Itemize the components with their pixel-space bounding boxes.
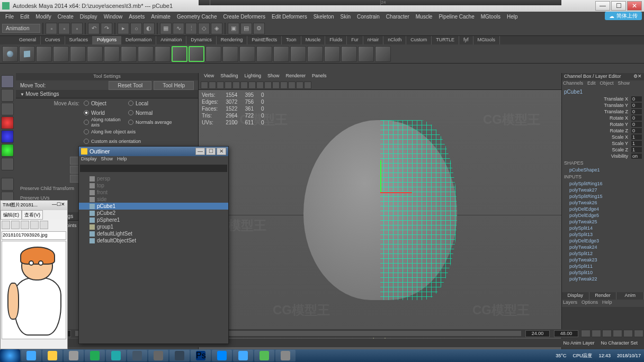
outliner-maximize[interactable]: ☐ [206,148,216,155]
input-node[interactable]: polySplit14 [562,225,644,231]
vp-wireframe-icon[interactable] [256,82,264,89]
shelf-helix-icon[interactable] [155,46,171,62]
shelf-tab-deformation[interactable]: Deformation [121,36,156,44]
scale-tool-icon[interactable] [1,130,14,143]
taskbar-app8[interactable] [254,350,274,361]
menu-skeleton[interactable]: Skeleton [310,14,337,20]
shelf-append-icon[interactable] [307,46,323,62]
radio-normals-avg[interactable] [128,120,133,125]
layer-menu-help[interactable]: Help [602,300,612,307]
image-viewer-window[interactable]: TIM图片20181... —☐✕ 编辑(E)查看(V) 20181017093… [0,200,68,349]
outliner-search[interactable] [80,165,227,172]
shelf-smooth-icon[interactable] [324,46,340,62]
snap-curve-icon[interactable]: ∿ [173,23,184,34]
vp-bookmark-icon[interactable] [209,82,216,89]
input-node[interactable]: polySplit11 [562,263,644,269]
vp-image-plane-icon[interactable] [217,82,224,89]
move-settings-section[interactable]: Move Settings [16,90,198,98]
vp-shadows-icon[interactable] [288,82,296,89]
taskbar-maya[interactable] [106,350,126,361]
tray-time[interactable]: 12:43 [598,353,611,358]
menu-muscle[interactable]: Muscle [413,14,436,20]
taskbar-ps[interactable]: Ps [191,350,211,361]
layer-tab-display[interactable]: Display [562,292,589,300]
channel-value[interactable]: on [631,153,642,159]
channel-visibility[interactable]: Visibility [564,153,631,159]
last-tool-icon[interactable] [1,178,14,191]
vp-isolate-icon[interactable] [296,82,303,89]
channel-rotate-x[interactable]: Rotate X [564,115,631,121]
input-node[interactable]: polySplit12 [562,250,644,257]
snap-grid-icon[interactable]: ▦ [160,23,172,34]
vp-menu-view[interactable]: View [201,73,217,80]
input-node[interactable]: polyDelEdge5 [562,212,644,219]
vp-resolution-icon[interactable] [240,82,248,89]
select-mode-icon[interactable]: ▸ [118,23,129,34]
outliner-item-persp[interactable]: persp [79,175,228,182]
iv-menu-view[interactable]: 查看(V) [22,210,43,220]
channel-scale-z[interactable]: Scale Z [564,147,631,152]
tray-temp[interactable]: 35°C [556,353,566,358]
menu-file[interactable]: File [2,14,17,20]
menu-animate[interactable]: Animate [148,14,174,20]
channel-translate-x[interactable]: Translate X [564,96,631,102]
vp-gate-mask-icon[interactable] [248,82,256,89]
taskbar-ie[interactable] [21,350,41,361]
shelf-tab-nhair[interactable]: nHair [363,36,384,44]
menu-constrain[interactable]: Constrain [354,14,383,20]
shelf-separate-icon[interactable] [239,46,255,62]
radio-object[interactable] [84,101,89,106]
menu-geometry-cache[interactable]: Geometry Cache [174,14,220,20]
channel-value[interactable]: 0 [631,96,642,102]
radio-world[interactable] [84,110,89,115]
outliner-item-top[interactable]: top [79,182,228,189]
shelf-tab-rendering[interactable]: Rendering [217,36,248,44]
start-button[interactable] [0,349,20,362]
outliner-close[interactable]: ✕ [217,148,226,155]
mode-dropdown[interactable]: Animation [2,24,40,33]
vp-select-camera-icon[interactable] [201,82,208,89]
input-node[interactable]: polySplitRing15 [562,193,644,200]
new-scene-icon[interactable]: ▫ [46,23,57,34]
close-button[interactable]: ✕ [627,1,642,11]
shelf-bridge-icon[interactable] [290,46,306,62]
menu-character[interactable]: Character [383,14,413,20]
outliner-item-pcube2[interactable]: pCube2 [79,210,228,216]
rotate-tool-icon[interactable] [1,116,14,129]
taskbar-app6[interactable] [212,350,232,361]
shelf-tab-fluids[interactable]: Fluids [325,36,347,44]
taskbar-app5[interactable] [169,350,190,361]
step-back-button[interactable] [592,330,601,337]
range-end-field[interactable] [554,330,578,337]
cb-menu-channels[interactable]: Channels [563,80,583,88]
input-node[interactable]: polySplit10 [562,269,644,276]
cb-menu-show[interactable]: Show [618,80,630,88]
shelf-tab-toon[interactable]: Toon [282,36,301,44]
character-set-label[interactable]: No Character Set [601,340,638,346]
menu-edit[interactable]: Edit [17,14,32,20]
snap-point-icon[interactable]: ⋮ [185,23,197,34]
taskbar-explorer[interactable] [42,350,62,361]
input-node[interactable]: polyTweak25 [562,219,644,225]
iv-tool-4[interactable] [30,221,39,229]
play-back-button[interactable] [602,330,612,337]
outliner-item-front[interactable]: front [79,189,228,196]
lasso-tool-icon[interactable] [1,89,14,102]
fast-forward-button[interactable] [634,330,643,337]
vp-menu-shading[interactable]: Shading [217,73,241,80]
manip-tool-icon[interactable] [1,144,14,157]
shelf-tab-curves[interactable]: Curves [41,36,65,44]
snap-live-icon[interactable]: ◈ [211,23,222,34]
channel-translate-y[interactable]: Translate Y [564,103,631,108]
shelf-cube-icon[interactable] [19,46,35,62]
shelf-sculpt-icon[interactable] [375,46,391,62]
outliner-menu-show[interactable]: Show [101,156,113,164]
input-node[interactable]: polyTweak22 [562,276,644,282]
radio-local[interactable] [128,101,133,106]
channel-scale-x[interactable]: Scale X [564,134,631,140]
shelf-tab-turtle[interactable]: TURTLE [432,36,459,44]
iv-image-canvas[interactable] [2,241,66,339]
input-node[interactable]: polyTweak24 [562,244,644,250]
move-tool-icon[interactable] [1,103,14,115]
image-viewer-titlebar[interactable]: TIM图片20181... —☐✕ [1,201,67,210]
